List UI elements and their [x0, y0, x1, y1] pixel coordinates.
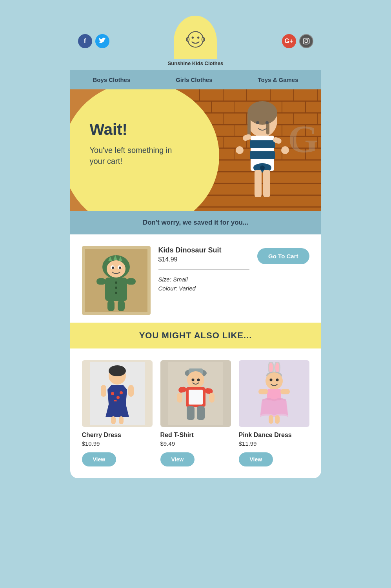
- hero-subtext: You've left something in your cart!: [90, 145, 184, 167]
- svg-rect-128: [258, 389, 268, 394]
- logo-circle: [174, 16, 217, 59]
- size-value: Small: [173, 276, 188, 283]
- hero-section: Wait! You've left something in your cart…: [70, 89, 321, 211]
- cart-size: Size: Small: [158, 276, 250, 283]
- svg-rect-130: [269, 415, 273, 424]
- cart-product-name: Kids Dinosaur Suit: [158, 246, 250, 254]
- svg-point-1: [192, 36, 194, 38]
- svg-rect-62: [250, 140, 275, 148]
- svg-rect-89: [96, 278, 106, 285]
- svg-point-80: [107, 260, 125, 278]
- instagram-icon[interactable]: [299, 34, 313, 48]
- svg-point-70: [236, 146, 244, 154]
- colour-value: Varied: [179, 285, 196, 292]
- svg-point-96: [111, 392, 114, 395]
- svg-point-117: [197, 379, 200, 381]
- cherry-dress-view-button[interactable]: View: [82, 452, 116, 466]
- svg-point-87: [115, 287, 117, 289]
- svg-point-97: [116, 396, 120, 399]
- svg-rect-63: [250, 151, 275, 159]
- svg-point-84: [119, 267, 121, 269]
- recommendations-section: Cherry Dress $10.99 View: [70, 348, 321, 478]
- svg-rect-113: [209, 393, 215, 403]
- svg-point-86: [115, 281, 117, 284]
- svg-point-125: [269, 379, 272, 381]
- social-right: G+: [282, 34, 313, 48]
- svg-rect-72: [255, 170, 262, 197]
- product-card-cherry-dress: Cherry Dress $10.99 View: [82, 360, 153, 466]
- products-grid: Cherry Dress $10.99 View: [82, 360, 309, 466]
- svg-rect-112: [177, 393, 182, 403]
- cherry-dress-price: $10.99: [82, 440, 153, 447]
- nav-boys-clothes[interactable]: Boys Clothes: [93, 76, 130, 83]
- pink-dance-name: Pink Dance Dress: [239, 432, 309, 439]
- svg-text:G: G: [288, 117, 318, 161]
- logo: Sunshine Kids Clothes: [168, 16, 224, 66]
- cherry-dress-svg: [90, 362, 145, 425]
- svg-point-56: [247, 101, 277, 125]
- svg-rect-131: [275, 415, 280, 424]
- svg-point-88: [115, 292, 117, 294]
- pink-dance-price: $11.99: [239, 440, 309, 447]
- svg-point-83: [112, 267, 114, 269]
- svg-point-2: [197, 36, 199, 38]
- product-card-red-tshirt: Red T-Shirt $9.49 View: [160, 360, 231, 466]
- also-like-heading: YOU MIGHT ALSO LIKE...: [78, 330, 313, 341]
- red-tshirt-view-button[interactable]: View: [160, 452, 195, 466]
- svg-point-7: [307, 39, 308, 40]
- cart-section: Kids Dinosaur Suit $14.99 Size: Small Co…: [70, 234, 321, 323]
- hero-heading: Wait!: [90, 121, 184, 138]
- colour-label: Colour:: [158, 285, 177, 292]
- size-label: Size:: [158, 276, 171, 283]
- svg-point-95: [109, 365, 126, 376]
- social-left: f: [78, 34, 109, 48]
- svg-rect-101: [128, 385, 134, 397]
- svg-rect-73: [263, 170, 270, 197]
- twitter-icon[interactable]: [95, 34, 109, 48]
- pink-dance-image: [239, 360, 309, 427]
- smiley-face-icon: [185, 31, 206, 48]
- google-plus-icon[interactable]: G+: [282, 34, 296, 48]
- brand-name: Sunshine Kids Clothes: [168, 60, 224, 66]
- facebook-icon[interactable]: f: [78, 34, 92, 48]
- cart-button-col: Go To Cart: [257, 246, 309, 264]
- cart-colour: Colour: Varied: [158, 285, 250, 292]
- saved-section: Don't worry, we saved it for you...: [70, 211, 321, 234]
- navigation: Boys Clothes Girls Clothes Toys & Games: [70, 70, 321, 89]
- nav-girls-clothes[interactable]: Girls Clothes: [176, 76, 212, 83]
- svg-rect-114: [187, 406, 195, 420]
- svg-point-99: [120, 391, 123, 394]
- also-like-banner: YOU MIGHT ALSO LIKE...: [70, 323, 321, 348]
- svg-rect-115: [197, 406, 205, 420]
- svg-point-126: [276, 379, 278, 381]
- svg-rect-100: [101, 385, 106, 397]
- svg-rect-91: [107, 300, 115, 311]
- svg-rect-85: [105, 278, 127, 301]
- svg-rect-90: [126, 278, 136, 285]
- nav-toys-games[interactable]: Toys & Games: [258, 76, 298, 83]
- email-wrapper: f Sunshine Kids Clothes G+: [70, 12, 321, 568]
- svg-rect-57: [247, 113, 251, 136]
- svg-rect-103: [119, 416, 124, 424]
- header: f Sunshine Kids Clothes G+: [70, 12, 321, 70]
- svg-point-60: [266, 121, 269, 124]
- svg-rect-102: [111, 416, 116, 424]
- cart-product-details: Kids Dinosaur Suit $14.99 Size: Small Co…: [158, 246, 250, 294]
- svg-point-116: [191, 379, 194, 381]
- cart-product-price: $14.99: [158, 256, 250, 263]
- dino-suit-svg: [85, 249, 147, 312]
- red-tshirt-svg: [168, 362, 223, 425]
- cherry-dress-image: [82, 360, 153, 427]
- cart-divider: [158, 269, 250, 270]
- pink-dance-view-button[interactable]: View: [239, 452, 273, 466]
- red-tshirt-name: Red T-Shirt: [160, 432, 231, 439]
- svg-point-121: [269, 363, 273, 373]
- product-card-pink-dance: Pink Dance Dress $11.99 View: [239, 360, 309, 466]
- cherry-dress-name: Cherry Dress: [82, 432, 153, 439]
- svg-point-107: [187, 371, 204, 388]
- svg-rect-109: [189, 390, 203, 405]
- go-to-cart-button[interactable]: Go To Cart: [257, 248, 309, 264]
- svg-point-59: [256, 121, 259, 124]
- red-tshirt-image: [160, 360, 231, 427]
- cart-product-image: [82, 246, 151, 315]
